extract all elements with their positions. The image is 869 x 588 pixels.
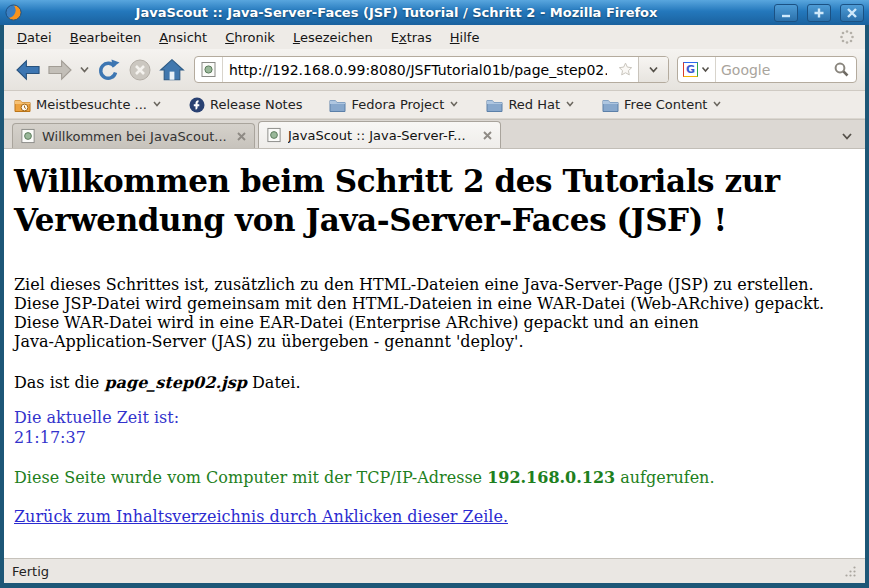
- maximize-icon: [812, 7, 826, 19]
- search-engine-selector[interactable]: G: [678, 57, 716, 82]
- bookmark-item-release-notes[interactable]: Release Notes: [189, 97, 302, 113]
- home-button[interactable]: [156, 54, 188, 86]
- chevron-down-icon: [449, 101, 459, 108]
- bookmark-star-button[interactable]: [613, 61, 638, 78]
- site-favicon-icon: [266, 127, 282, 143]
- file-sentence: Das ist die page_step02.jsp Datei.: [14, 373, 855, 392]
- menu-datei[interactable]: Datei: [8, 27, 61, 48]
- close-icon: [845, 7, 859, 19]
- tab-bar: Willkommen bei JavaScout... JavaScout ::…: [4, 119, 865, 149]
- google-icon: G: [683, 62, 698, 77]
- close-button[interactable]: [840, 4, 864, 22]
- title-bar: JavaScout :: Java-Server-Faces (JSF) Tut…: [0, 0, 869, 25]
- history-folder-icon: [14, 97, 31, 113]
- tab-close-icon[interactable]: [482, 130, 493, 141]
- home-icon: [159, 57, 185, 83]
- throbber-icon: [833, 29, 861, 45]
- site-favicon-icon: [200, 61, 217, 78]
- magnifier-icon: [833, 61, 850, 78]
- chevron-down-icon: [701, 66, 710, 73]
- fedora-logo-icon: [189, 97, 205, 113]
- browser-window: JavaScout :: Java-Server-Faces (JSF) Tut…: [0, 0, 869, 588]
- reload-button[interactable]: [92, 54, 124, 86]
- folder-icon: [602, 97, 619, 113]
- bookmark-item-meistbesuchte[interactable]: Meistbesuchte ...: [14, 97, 162, 113]
- bookmarks-toolbar: Meistbesuchte ... Release Notes Fedora P…: [4, 91, 865, 119]
- site-identity-button[interactable]: [195, 57, 223, 82]
- forward-button[interactable]: [44, 54, 76, 86]
- chevron-down-icon: [565, 101, 575, 108]
- chevron-down-icon: [712, 101, 722, 108]
- folder-icon: [486, 97, 503, 113]
- url-bar[interactable]: [194, 56, 669, 83]
- firefox-icon: [5, 4, 22, 21]
- page-title: Willkommen beim Schritt 2 des Tutorials …: [14, 162, 855, 240]
- bookmark-item-fedora-project[interactable]: Fedora Project: [329, 97, 459, 113]
- star-icon: [617, 61, 634, 78]
- search-go-button[interactable]: [827, 61, 856, 78]
- stop-icon: [127, 57, 153, 83]
- back-to-toc-link[interactable]: Zurück zum Inhaltsverzeichnis durch Ankl…: [14, 507, 508, 526]
- site-favicon-icon: [20, 128, 36, 144]
- chevron-down-icon: [841, 132, 853, 141]
- back-icon: [15, 57, 41, 83]
- ip-address: 192.168.0.123: [487, 468, 615, 487]
- maximize-button[interactable]: [807, 4, 831, 22]
- tab-willkommen[interactable]: Willkommen bei JavaScout...: [12, 123, 255, 148]
- status-bar: Fertig: [4, 558, 865, 583]
- reload-icon: [95, 57, 121, 83]
- menu-chronik[interactable]: Chronik: [216, 27, 284, 48]
- ip-sentence: Diese Seite wurde vom Computer mit der T…: [14, 468, 855, 487]
- minimize-button[interactable]: [774, 4, 798, 22]
- intro-paragraph: Ziel dieses Schrittes ist, zusätzlich zu…: [14, 275, 855, 351]
- menu-extras[interactable]: Extras: [382, 27, 441, 48]
- menu-lesezeichen[interactable]: Lesezeichen: [284, 27, 382, 48]
- file-name: page_step02.jsp: [104, 373, 247, 392]
- chevron-down-icon: [79, 66, 90, 74]
- window-body: Datei Bearbeiten Ansicht Chronik Lesezei…: [4, 25, 865, 583]
- forward-icon: [47, 57, 73, 83]
- folder-icon: [329, 97, 346, 113]
- window-title: JavaScout :: Java-Server-Faces (JSF) Tut…: [28, 5, 765, 20]
- url-input[interactable]: [223, 62, 613, 78]
- search-input[interactable]: [716, 62, 827, 78]
- url-history-dropdown[interactable]: [638, 57, 668, 82]
- bookmark-item-free-content[interactable]: Free Content: [602, 97, 722, 113]
- navigation-toolbar: G: [4, 49, 865, 91]
- status-text: Fertig: [12, 564, 49, 579]
- time-value: 21:17:37: [14, 428, 855, 448]
- resize-grip[interactable]: [844, 565, 857, 578]
- time-block: Die aktuelle Zeit ist: 21:17:37: [14, 408, 855, 448]
- time-label: Die aktuelle Zeit ist:: [14, 408, 855, 428]
- chevron-down-icon: [648, 66, 659, 74]
- bookmark-item-red-hat[interactable]: Red Hat: [486, 97, 575, 113]
- history-dropdown-button[interactable]: [76, 54, 92, 86]
- chevron-down-icon: [152, 101, 162, 108]
- menu-ansicht[interactable]: Ansicht: [150, 27, 216, 48]
- menu-bearbeiten[interactable]: Bearbeiten: [61, 27, 150, 48]
- minimize-icon: [779, 7, 793, 19]
- search-bar[interactable]: G: [677, 56, 857, 83]
- tab-list-dropdown[interactable]: [837, 126, 857, 145]
- tab-close-icon[interactable]: [236, 131, 247, 142]
- menu-bar: Datei Bearbeiten Ansicht Chronik Lesezei…: [4, 25, 865, 49]
- stop-button[interactable]: [124, 54, 156, 86]
- page-content: Willkommen beim Schritt 2 des Tutorials …: [4, 149, 865, 558]
- menu-hilfe[interactable]: Hilfe: [441, 27, 489, 48]
- tab-javascout-active[interactable]: JavaScout :: Java-Server-F...: [258, 121, 501, 148]
- back-button[interactable]: [12, 54, 44, 86]
